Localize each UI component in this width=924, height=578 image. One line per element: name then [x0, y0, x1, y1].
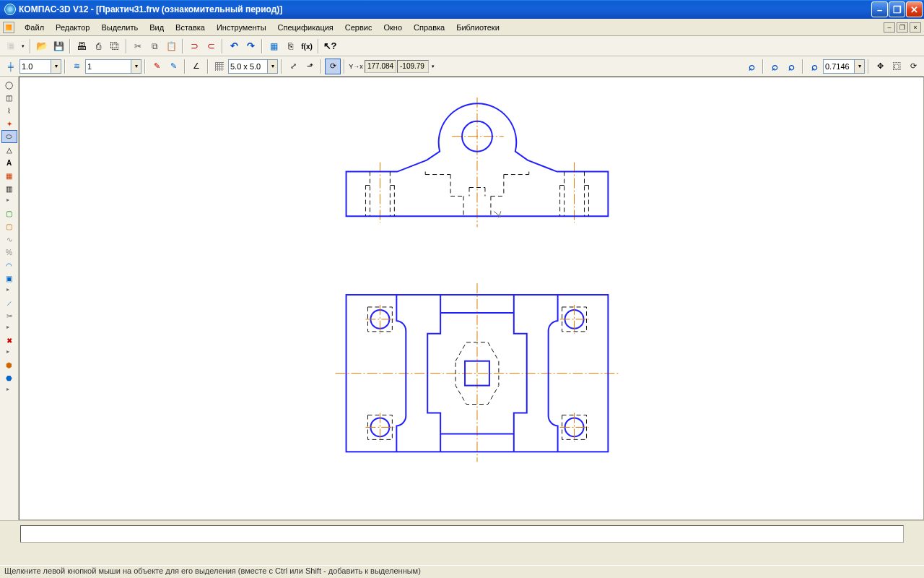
zoom-all-button[interactable] — [744, 59, 759, 74]
zoom-combo[interactable]: ▾ — [823, 59, 865, 74]
undo-button[interactable] — [226, 38, 242, 54]
zoom-input[interactable] — [823, 59, 855, 74]
meas-button[interactable]: △ — [1, 143, 17, 156]
coord-x-display: 177.084 — [365, 60, 396, 73]
menu-select[interactable]: Выделить — [95, 22, 144, 33]
coord-dropdown[interactable]: ▾ — [430, 59, 437, 74]
panel-expand-3[interactable]: ▸ — [6, 324, 12, 334]
bend-button[interactable]: ◠ — [1, 259, 17, 272]
menubar: Файл Редактор Выделить Вид Вставка Инстр… — [0, 19, 924, 36]
close-button[interactable]: ✕ — [906, 1, 923, 17]
zoom-out-button[interactable] — [783, 59, 799, 74]
layer-button[interactable]: ≋ — [69, 59, 84, 74]
vars-button[interactable]: ⎘ — [282, 38, 298, 54]
menu-libs[interactable]: Библиотеки — [450, 22, 505, 33]
insert-button[interactable]: ▣ — [1, 272, 17, 285]
refresh-button[interactable]: ⟳ — [905, 59, 921, 74]
titlebar: КОМПАС-3D V12 - [Практич31.frw (ознакоми… — [0, 0, 924, 19]
open-button[interactable] — [34, 38, 50, 54]
panel-expand-5[interactable]: ▸ — [6, 386, 12, 396]
menu-view[interactable]: Вид — [144, 22, 170, 33]
view-button[interactable]: ▢ — [1, 207, 17, 220]
menu-window[interactable]: Окно — [378, 22, 408, 33]
snap-on-button[interactable]: ✎ — [149, 59, 165, 74]
table-button[interactable]: ▦ — [1, 169, 17, 182]
notation-button[interactable]: ⌇ — [1, 104, 17, 117]
mdi-minimize-button[interactable]: – — [884, 22, 895, 33]
dim-button[interactable]: ◫ — [1, 91, 17, 104]
linewidth-combo[interactable]: ▾ — [19, 59, 61, 74]
window-title: КОМПАС-3D V12 - [Практич31.frw (ознакоми… — [19, 4, 871, 14]
param-button[interactable]: ⬭ — [1, 130, 17, 143]
layer-combo[interactable]: ▾ — [85, 59, 141, 74]
menu-service[interactable]: Сервис — [339, 22, 378, 33]
copy-button[interactable] — [147, 38, 162, 54]
linewidth-input[interactable] — [19, 59, 51, 74]
print-icon — [77, 41, 87, 51]
minimize-button[interactable]: – — [871, 1, 888, 17]
status-text: Щелкните левой кнопкой мыши на объекте д… — [4, 566, 421, 575]
zoom-window-button[interactable] — [806, 59, 822, 74]
pan-button[interactable]: ✥ — [872, 59, 888, 74]
zoom-in-button[interactable] — [767, 59, 783, 74]
grid-combo[interactable]: ▾ — [228, 59, 278, 74]
drawing-canvas[interactable] — [19, 77, 924, 520]
menu-help[interactable]: Справка — [408, 22, 450, 33]
grid-input[interactable] — [228, 59, 268, 74]
mdi-close-button[interactable]: × — [910, 22, 921, 33]
snap-off-button[interactable]: ✎ — [165, 59, 181, 74]
lib2-button[interactable]: ⬣ — [1, 371, 17, 384]
print-button[interactable] — [74, 38, 90, 54]
grid-dropdown[interactable]: ▾ — [268, 59, 278, 74]
magnet2-button[interactable]: ⊂ — [203, 38, 219, 54]
prev-view-button[interactable]: ⿴ — [889, 59, 905, 74]
style-button[interactable]: ╪ — [3, 59, 19, 74]
ortho-button[interactable]: ⤢ — [285, 59, 301, 74]
assoc-button[interactable]: ∿ — [1, 233, 17, 246]
new-button[interactable] — [3, 38, 19, 54]
ortho2-button[interactable]: ⬏ — [302, 59, 318, 74]
new-dropdown[interactable]: ▾ — [19, 38, 27, 54]
sketch-button[interactable]: ⟋ — [1, 296, 17, 309]
magnet-button[interactable]: ⊃ — [186, 38, 202, 54]
command-input[interactable] — [20, 525, 904, 543]
menu-insert[interactable]: Вставка — [170, 22, 211, 33]
paste-icon — [166, 42, 177, 51]
redo-button[interactable] — [243, 38, 258, 54]
layer-input[interactable] — [85, 59, 131, 74]
trim-button[interactable]: ✂ — [1, 309, 17, 322]
angle-button[interactable]: ∠ — [188, 59, 204, 74]
lib-button[interactable]: ⬢ — [1, 358, 17, 371]
menu-tools[interactable]: Инструменты — [211, 22, 272, 33]
fx-button[interactable] — [299, 38, 315, 54]
text-button[interactable]: A — [1, 156, 17, 169]
spec-button[interactable]: ▥ — [1, 182, 17, 195]
layer-panel-button[interactable]: ▢ — [1, 220, 17, 233]
mdi-restore-button[interactable]: ❐ — [897, 22, 908, 33]
preview-button[interactable]: ⎙ — [90, 38, 106, 54]
cut-button[interactable] — [130, 38, 146, 54]
edit-button[interactable]: ✦ — [1, 117, 17, 130]
save-button[interactable] — [51, 38, 66, 54]
paste-button[interactable] — [163, 38, 179, 54]
layer-dropdown[interactable]: ▾ — [131, 59, 141, 74]
menu-editor[interactable]: Редактор — [50, 22, 95, 33]
zoom-dropdown[interactable]: ▾ — [855, 59, 865, 74]
menu-spec[interactable]: Спецификация — [272, 22, 339, 33]
round-button[interactable]: ⟳ — [325, 59, 341, 74]
panel-expand-4[interactable]: ▸ — [6, 348, 12, 358]
grid-button[interactable] — [212, 59, 227, 74]
panel-expand-2[interactable]: ▸ — [6, 286, 12, 296]
help-button[interactable]: ↖? — [322, 38, 338, 54]
manager-button[interactable]: ▦ — [266, 38, 282, 54]
geom-button[interactable]: ◯ — [1, 78, 17, 91]
panel-expand-1[interactable]: ▸ — [6, 197, 12, 207]
maximize-button[interactable]: ❐ — [889, 1, 905, 17]
linewidth-dropdown[interactable]: ▾ — [51, 59, 61, 74]
delete-button[interactable]: ✖ — [1, 334, 17, 347]
np-button[interactable]: % — [1, 246, 17, 259]
menu-app-icon[interactable] — [3, 22, 14, 33]
preview2-button[interactable]: ⿻ — [107, 38, 123, 54]
undo-icon — [230, 41, 238, 51]
menu-file[interactable]: Файл — [19, 22, 50, 33]
